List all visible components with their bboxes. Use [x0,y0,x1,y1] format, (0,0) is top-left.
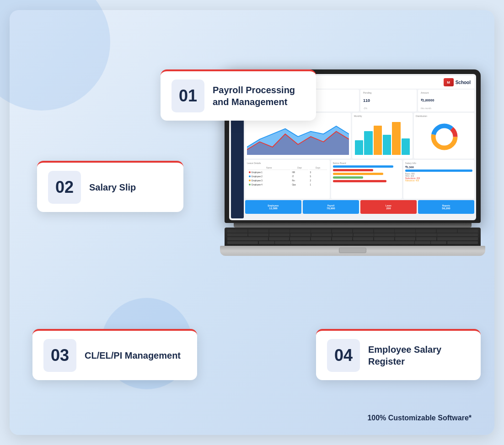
key [290,233,311,237]
td-name-1: Employee 1 [248,171,290,174]
second-row: Leave Details Name Dept Days E [245,160,474,199]
card-01-number: 01 [172,79,204,112]
info-bar-1 [333,165,393,168]
card-03-number: 03 [43,339,76,372]
key [395,237,416,240]
bar-chart [354,118,411,155]
key-space [291,241,414,244]
stat-label-3: Pending [363,91,414,94]
area-chart-svg [247,118,349,155]
td-dept-1: HR [291,171,308,174]
logo-icon: M [444,78,454,86]
table-title: Leave Details [247,162,328,164]
key-enter [447,241,478,244]
table-row: Employee 4 Ops 1 [248,183,327,186]
stat-card-3: Pending 110 -2% [360,90,417,111]
salary-info-title: Salary Info [405,162,472,164]
key [248,229,268,233]
key [311,237,332,240]
logo-area: M School [444,78,471,86]
table-card: Leave Details Name Dept Days E [245,160,330,199]
notice-board-card: Notice Board [331,160,402,199]
key [332,237,353,240]
btn-value-reports: 56,200 [442,207,450,210]
feature-card-03: 03 CL/EL/PI Management [32,329,197,380]
key [354,233,374,237]
bar-chart-card: Monthly [352,113,413,159]
btn-value-payroll: 78,900 [327,207,335,210]
laptop-keyboard [225,228,481,246]
key [353,229,373,233]
key [311,233,332,237]
action-btn-leave[interactable]: Leave 200 [360,200,417,214]
table-row: Employee 2 IT 5 [248,175,327,178]
th-name: Name [248,166,290,170]
info-bar-2 [333,169,373,171]
donut-chart [416,118,472,155]
th-days: Days [309,166,327,170]
key [269,233,290,237]
deco-circle-1 [0,0,110,111]
key [290,229,310,233]
key [431,241,446,244]
btn-value-employees: 12,588 [269,207,277,210]
donut-chart-card: Distribution [414,113,474,159]
table-row: Employee 3 Fin 2 [248,179,327,182]
key [374,233,394,237]
key-row-3 [227,237,478,240]
card-03-title: CL/EL/PI Management [85,350,181,361]
key-row-4 [227,241,478,244]
mini-table: Name Dept Days Employee 1 HR 3 [247,165,328,187]
key [416,237,437,240]
stat-value-3: 110 [363,98,414,103]
key-shift-left [227,237,268,240]
key [458,229,478,233]
donut-chart-title: Distribution [416,115,472,117]
key-row-1 [227,229,478,233]
td-name-3: Employee 3 [248,179,290,182]
bar-chart-title: Monthly [354,115,411,117]
key [332,233,353,237]
td-days-1: 3 [309,171,327,174]
btn-value-leave: 200 [386,207,391,210]
info-bar-3 [333,173,383,175]
key [437,229,457,233]
feature-card-01: 01 Payroll Processing and Management [161,69,316,121]
table-row: Employee 1 HR 3 [248,171,327,174]
key [416,233,436,237]
feature-card-04: 04 Employee Salary Register [316,329,481,380]
td-days-3: 2 [309,179,327,182]
card-04-title: Employee Salary Register [368,344,470,367]
td-dept-4: Ops [291,183,308,186]
key [259,241,274,244]
key [290,237,311,240]
laptop-base [220,246,485,256]
salary-line-4: Allowance: 400 [405,180,472,182]
key-row-2 [227,233,478,237]
action-btn-payroll[interactable]: Payroll 78,900 [303,200,359,214]
stat-value-4: ₹1,80000 [421,99,472,102]
logo-text: School [456,80,471,85]
action-btn-employees[interactable]: Employees 12,588 [245,200,301,214]
stat-sub-3: -2% [363,107,414,110]
key-ctrl [227,241,258,244]
td-dept-2: IT [291,175,308,178]
action-btn-reports[interactable]: Reports 56,200 [418,200,474,214]
key [311,229,331,233]
key [395,229,415,233]
main-container: 01 Payroll Processing and Management 02 … [10,10,494,435]
svg-marker-1 [247,126,349,155]
notice-title: Notice Board [333,162,400,164]
key [269,237,290,240]
key [332,229,352,233]
donut-svg [429,122,459,152]
key [248,233,268,237]
key [227,229,247,233]
key [227,233,247,237]
salary-info-card: Salary Info ₹1,500 Basic: 800 HRA: 300 D… [403,160,474,199]
key [269,229,290,233]
card-02-title: Salary Slip [89,181,136,193]
salary-bar-1 [405,170,472,172]
card-04-number: 04 [327,339,360,372]
stat-card-4: Amount ₹1,80000 this month [418,90,474,111]
